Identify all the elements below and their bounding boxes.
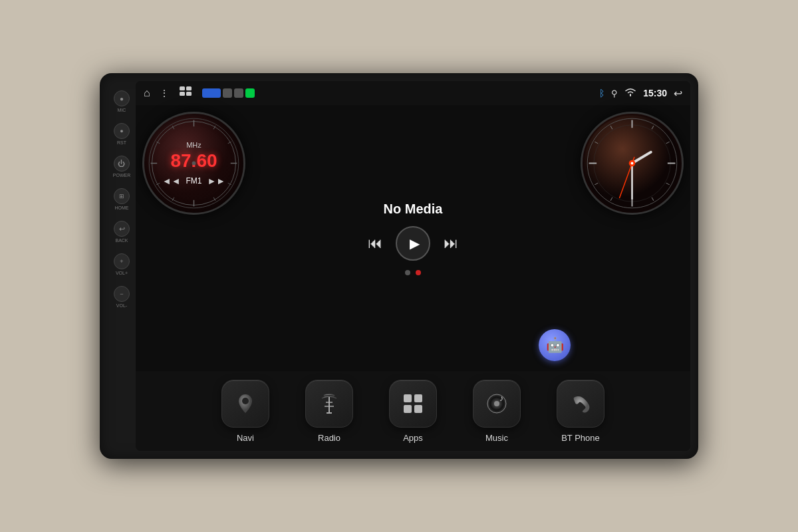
svg-rect-46 <box>404 405 412 413</box>
ai-face-icon: 🤖 <box>546 336 564 354</box>
btphone-label: BT Phone <box>561 433 600 443</box>
svg-point-49 <box>494 401 499 406</box>
power-button-group: ⏻ POWER <box>113 156 130 178</box>
page-dots <box>405 270 421 275</box>
car-unit: ● MIC ● RST ⏻ POWER ⊞ HOME ↩ BACK <box>100 73 698 459</box>
music-icon: ♪ <box>485 392 509 416</box>
radio-app-button[interactable]: Radio <box>293 380 366 443</box>
svg-rect-3 <box>186 92 192 96</box>
play-icon: ▶ <box>410 235 420 251</box>
media-controls: ⏮ ▶ ⏭ <box>368 226 458 261</box>
vol-up-label: VOL+ <box>116 271 128 275</box>
svg-rect-45 <box>414 394 422 402</box>
home-icon[interactable]: ⌂ <box>144 87 150 99</box>
svg-point-37 <box>631 162 634 165</box>
back-label: BACK <box>115 238 128 243</box>
svg-line-13 <box>172 198 174 201</box>
radio-gauge[interactable]: MHz 87.60 ◄◄ FM1 ►► <box>142 112 245 215</box>
status-left: ⌂ ⋮ <box>144 86 591 100</box>
svg-point-5 <box>192 162 196 166</box>
svg-line-16 <box>156 142 160 144</box>
gauge-ticks-svg <box>144 114 243 213</box>
vol-down-button-group: − VOL- <box>114 286 130 308</box>
music-label: Music <box>485 433 508 443</box>
next-button[interactable]: ⏭ <box>444 235 458 252</box>
rst-label: RST <box>117 140 126 145</box>
media-dot-2 <box>234 88 243 98</box>
side-buttons: ● MIC ● RST ⏻ POWER ⊞ HOME ↩ BACK <box>108 81 136 451</box>
vol-down-button[interactable]: − <box>114 286 130 302</box>
apps-app-button[interactable]: Apps <box>376 380 450 443</box>
bluetooth-icon: ᛒ <box>599 88 604 98</box>
play-button[interactable]: ▶ <box>396 226 430 261</box>
page-dot-1[interactable] <box>405 270 410 275</box>
svg-line-17 <box>172 126 174 129</box>
svg-line-7 <box>213 126 215 129</box>
radio-app-icon-wrap <box>305 380 353 428</box>
music-app-icon-wrap: ♪ <box>473 380 521 428</box>
page-dot-2[interactable] <box>416 270 421 275</box>
mic-label: MIC <box>118 108 126 112</box>
radio-icon <box>317 392 341 416</box>
home-button-group: ⊞ HOME <box>114 188 130 210</box>
ai-assistant-button[interactable]: 🤖 <box>539 329 571 361</box>
status-bar: ⌂ ⋮ ᛒ ⚲ <box>136 81 690 105</box>
svg-rect-1 <box>186 86 192 90</box>
svg-rect-47 <box>414 405 422 413</box>
media-bar-blue <box>202 88 221 98</box>
svg-text:♪: ♪ <box>499 394 503 403</box>
home-physical-button[interactable]: ⊞ <box>114 188 130 204</box>
svg-point-38 <box>242 398 249 404</box>
apps-icon <box>401 392 425 416</box>
mic-button[interactable]: ● <box>114 90 130 106</box>
btphone-app-icon-wrap <box>557 380 604 428</box>
apps-app-icon-wrap <box>389 380 437 428</box>
vol-up-button-group: + VOL+ <box>114 253 130 275</box>
svg-line-14 <box>156 183 160 185</box>
media-dot-1 <box>223 88 232 98</box>
svg-rect-0 <box>180 86 185 90</box>
clock-gauge <box>581 112 684 215</box>
vol-down-label: VOL- <box>116 303 127 308</box>
navi-label: Navi <box>237 433 254 443</box>
media-center: No Media ⏮ ▶ ⏭ 🤖 <box>252 112 574 364</box>
navi-app-button[interactable]: Navi <box>209 380 282 443</box>
bottom-apps: Navi <box>136 371 690 451</box>
back-physical-button[interactable]: ↩ <box>114 221 130 237</box>
power-button[interactable]: ⏻ <box>114 156 130 172</box>
btphone-app-button[interactable]: BT Phone <box>544 380 617 443</box>
wifi-icon <box>624 88 636 99</box>
media-indicators <box>202 88 255 98</box>
rst-button-group: ● RST <box>114 123 130 145</box>
navi-icon <box>233 392 257 416</box>
main-content: MHz 87.60 ◄◄ FM1 ►► No Media ⏮ ▶ ⏭ <box>136 105 690 371</box>
clock-face-svg <box>583 114 682 213</box>
apps-label: Apps <box>403 433 423 443</box>
btphone-icon <box>569 392 593 416</box>
rst-button[interactable]: ● <box>114 123 130 139</box>
svg-line-10 <box>228 183 231 185</box>
vol-up-button[interactable]: + <box>114 253 130 269</box>
svg-rect-44 <box>404 394 412 402</box>
mic-button-group: ● MIC <box>114 90 130 112</box>
music-app-button[interactable]: ♪ Music <box>460 380 533 443</box>
svg-line-8 <box>228 142 231 144</box>
menu-dots-icon[interactable]: ⋮ <box>160 88 170 98</box>
radio-label: Radio <box>318 433 340 443</box>
navi-app-icon-wrap <box>221 380 269 428</box>
back-nav-icon[interactable]: ↩ <box>674 87 682 100</box>
grid-icon[interactable] <box>180 86 193 100</box>
back-button-group: ↩ BACK <box>114 221 130 243</box>
location-icon: ⚲ <box>611 88 618 98</box>
status-right: ᛒ ⚲ 15:30 ↩ <box>599 87 682 100</box>
power-label: POWER <box>113 173 130 178</box>
main-screen: ⌂ ⋮ ᛒ ⚲ <box>136 81 690 451</box>
time-display: 15:30 <box>643 88 667 98</box>
media-dot-green <box>245 88 255 98</box>
media-title: No Media <box>384 201 443 217</box>
home-label: HOME <box>115 205 129 210</box>
prev-button[interactable]: ⏮ <box>368 235 382 252</box>
svg-line-11 <box>213 198 215 201</box>
svg-rect-2 <box>180 92 185 96</box>
